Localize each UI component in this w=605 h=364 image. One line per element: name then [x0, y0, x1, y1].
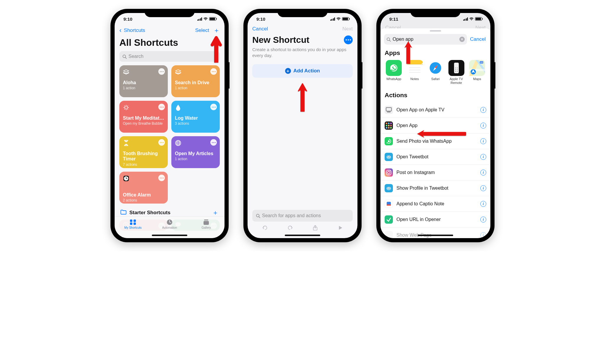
instagram-icon [385, 168, 393, 177]
svg-text:280: 280 [480, 61, 483, 63]
svg-rect-23 [134, 220, 136, 222]
play-button[interactable] [337, 225, 344, 232]
svg-rect-82 [387, 204, 391, 206]
home-indicator[interactable] [152, 235, 187, 236]
status-time: 9:10 [256, 17, 265, 22]
signal-icon [330, 17, 335, 21]
action-show-profile-tweetbot[interactable]: Show Profile in Tweetbot i [380, 181, 490, 196]
more-button[interactable] [344, 35, 353, 44]
action-open-app-apple-tv[interactable]: Open App on Apple TV i [380, 102, 490, 118]
svg-rect-59 [390, 123, 392, 124]
tile-menu[interactable] [158, 139, 165, 146]
plus-button[interactable]: ＋ [213, 26, 220, 35]
svg-line-33 [389, 40, 391, 41]
cancel-button[interactable]: Cancel [470, 36, 487, 42]
info-button[interactable]: i [480, 232, 486, 238]
info-button[interactable]: i [480, 154, 486, 160]
redo-button[interactable] [287, 225, 293, 232]
info-button[interactable]: i [480, 185, 486, 191]
sheet-grabber[interactable] [430, 30, 441, 32]
shortcut-tile-office-alarm[interactable]: Office Alarm 2 actions [119, 172, 168, 204]
svg-rect-61 [388, 125, 390, 126]
next-button[interactable]: Next [342, 26, 353, 32]
action-append-captio[interactable]: Append to Captio Note i [380, 196, 490, 212]
home-indicator[interactable] [285, 235, 320, 236]
search-query: Open app [393, 37, 459, 42]
tab-my-shortcuts[interactable]: My Shortcuts [118, 219, 148, 229]
svg-line-30 [259, 217, 260, 218]
action-open-url-opener[interactable]: Open URL in Opener i [380, 212, 490, 228]
action-show-web-page[interactable]: Show Web Page i [380, 228, 490, 238]
svg-rect-37 [407, 64, 423, 64]
svg-rect-72 [385, 168, 393, 177]
home-indicator[interactable] [418, 235, 453, 236]
search-icon [256, 214, 260, 218]
battery-icon [475, 17, 482, 21]
tab-automation[interactable]: Automation [155, 219, 184, 229]
hourglass-icon [123, 140, 129, 146]
apple-tv-icon [385, 106, 393, 114]
svg-line-7 [127, 108, 128, 109]
shortcut-tile-tooth-timer[interactable]: Tooth Brushing Timer 7 actions [119, 136, 168, 168]
app-safari[interactable]: Safari [426, 60, 445, 84]
tile-menu[interactable] [158, 175, 165, 181]
info-button[interactable]: i [480, 107, 486, 113]
tile-menu[interactable] [158, 68, 165, 75]
page-title: New Shortcut [252, 35, 309, 45]
notch [277, 9, 328, 17]
cancel-button[interactable]: Cancel [252, 26, 268, 32]
svg-point-46 [455, 69, 456, 70]
app-whatsapp[interactable]: WhatsApp [385, 60, 403, 84]
svg-rect-60 [386, 125, 387, 126]
tab-gallery[interactable]: Gallery [191, 219, 221, 229]
search-icon [122, 54, 127, 59]
action-search-field[interactable]: Search for apps and actions [252, 210, 353, 222]
apps-row: WhatsApp Notes Safari Apple TV Remote 28… [380, 59, 490, 86]
tile-menu[interactable] [210, 104, 217, 110]
folder-plus-button[interactable]: ＋ [212, 208, 219, 217]
back-button[interactable]: ‹ Shortcuts [119, 27, 145, 34]
shortcut-tile-search-drive[interactable]: Search in Drive 1 action [171, 65, 220, 97]
phone-2: 9:10 Cancel Next New Shortcut Create a s… [243, 9, 362, 242]
add-action-button[interactable]: ＋ Add Action [252, 64, 353, 78]
undo-button[interactable] [262, 225, 268, 232]
apple-tv-remote-icon [448, 60, 464, 76]
svg-point-45 [457, 68, 458, 69]
nav-bar: Cancel Next [248, 25, 357, 34]
action-post-instagram[interactable]: Post on Instagram i [380, 165, 490, 181]
shortcut-tile-log-water[interactable]: Log Water 3 actions [171, 101, 220, 133]
shortcut-tile-meditation[interactable]: Start My Meditation Ses... Open my Breat… [119, 101, 168, 133]
web-icon [385, 231, 393, 238]
shortcut-tile-aloha[interactable]: Aloha 1 action [119, 65, 168, 97]
shortcut-tile-open-articles[interactable]: Open My Articles 1 action [171, 136, 220, 168]
annotation-arrow-up [210, 36, 222, 63]
description-text: Create a shortcut to actions you do in y… [248, 47, 357, 63]
action-open-tweetbot[interactable]: Open Tweetbot i [380, 149, 490, 165]
app-maps[interactable]: 280 Maps [468, 60, 486, 84]
info-button[interactable]: i [480, 201, 486, 207]
tile-menu[interactable] [210, 68, 217, 75]
select-button[interactable]: Select [195, 27, 209, 33]
clear-button[interactable]: ✕ [459, 37, 465, 42]
tile-menu[interactable] [158, 104, 165, 110]
share-button[interactable] [312, 225, 318, 232]
svg-rect-24 [130, 222, 132, 225]
search-field[interactable]: Search [119, 51, 220, 62]
info-button[interactable]: i [480, 138, 486, 144]
screen-new-shortcut: 9:10 Cancel Next New Shortcut Create a s… [248, 13, 357, 238]
nav-bar: ‹ Shortcuts Select ＋ [115, 25, 225, 37]
status-right [330, 17, 349, 22]
wifi-icon [203, 17, 208, 22]
tile-menu[interactable] [210, 139, 217, 146]
info-button[interactable]: i [480, 217, 486, 222]
plus-circle-icon: ＋ [285, 68, 291, 74]
info-button[interactable]: i [480, 170, 486, 176]
svg-rect-54 [386, 108, 391, 111]
info-button[interactable]: i [480, 123, 486, 129]
app-apple-tv-remote[interactable]: Apple TV Remote [447, 60, 466, 84]
globe-icon [175, 140, 181, 146]
wifi-icon [336, 17, 341, 22]
svg-point-49 [457, 71, 458, 72]
search-input[interactable]: Open app ✕ [384, 34, 467, 45]
folder-icon [121, 210, 126, 216]
